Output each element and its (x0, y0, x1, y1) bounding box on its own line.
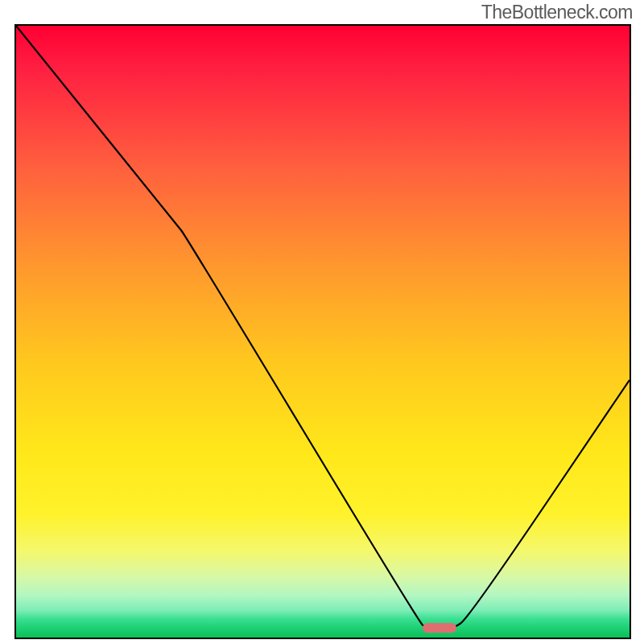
watermark-text: TheBottleneck.com (481, 2, 633, 23)
optimal-range-marker (423, 623, 456, 633)
chart-frame (14, 24, 631, 639)
bottleneck-curve (16, 26, 630, 638)
